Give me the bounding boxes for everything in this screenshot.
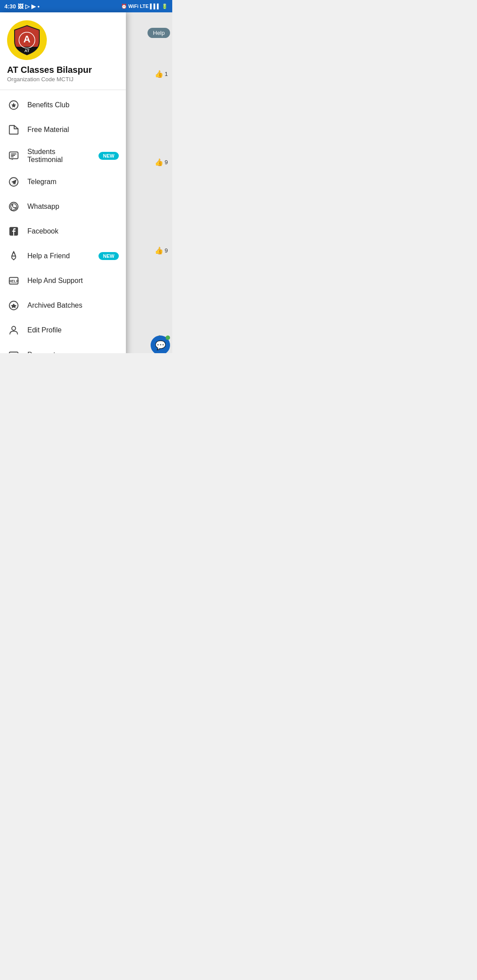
testimonial-badge: NEW bbox=[98, 152, 119, 160]
archived-batches-label: Archived Batches bbox=[27, 302, 119, 309]
battery-icon: 🔋 bbox=[162, 4, 168, 9]
svg-rect-15 bbox=[9, 352, 18, 354]
org-logo: A AT bbox=[7, 20, 47, 60]
online-indicator bbox=[166, 335, 170, 340]
telegram-icon bbox=[7, 175, 20, 188]
menu-item-help-friend[interactable]: Help a Friend NEW bbox=[0, 244, 126, 268]
header-divider bbox=[0, 90, 126, 90]
status-bar: 4:30 🖼 ▷ ▶ • ⏰ WiFi LTE ▌▌▌ 🔋 bbox=[0, 0, 172, 12]
whatsapp-icon bbox=[7, 200, 20, 213]
benefits-club-icon bbox=[7, 98, 20, 112]
menu-item-payments[interactable]: Payments bbox=[0, 343, 126, 353]
facebook-label: Facebook bbox=[27, 227, 119, 235]
testimonial-icon bbox=[7, 149, 20, 162]
help-friend-icon bbox=[7, 249, 20, 263]
status-bar-left: 4:30 🖼 ▷ ▶ • bbox=[4, 3, 40, 10]
menu-item-edit-profile[interactable]: Edit Profile bbox=[0, 318, 126, 343]
help-friend-badge: NEW bbox=[98, 252, 119, 260]
org-code: Organization Code MCTIJ bbox=[7, 76, 119, 83]
help-friend-label: Help a Friend bbox=[27, 252, 91, 260]
svg-point-14 bbox=[12, 326, 16, 330]
side-drawer: A AT AT Classes Bilaspur Organization Co… bbox=[0, 12, 126, 353]
thumb-icon: 👍 bbox=[155, 70, 163, 78]
chat-icon: 💬 bbox=[155, 340, 166, 351]
like-badge-3: 👍 9 bbox=[155, 246, 168, 255]
edit-profile-icon bbox=[7, 324, 20, 337]
thumb-icon: 👍 bbox=[155, 246, 163, 255]
time-display: 4:30 bbox=[4, 3, 16, 10]
photo-icon: 🖼 bbox=[18, 3, 23, 10]
facebook-icon bbox=[7, 225, 20, 238]
signal-icon: ▌▌▌ bbox=[150, 4, 160, 9]
chats-button[interactable]: 💬 Chats bbox=[151, 335, 170, 353]
cast-icon: ▷ bbox=[25, 3, 30, 10]
menu-item-free-material[interactable]: Free Material bbox=[0, 117, 126, 142]
svg-marker-5 bbox=[11, 103, 16, 108]
play-icon: ▶ bbox=[31, 3, 36, 10]
like-badge-2: 👍 9 bbox=[155, 158, 168, 166]
edit-profile-label: Edit Profile bbox=[27, 326, 119, 334]
like-badge-1: 👍 1 bbox=[155, 70, 168, 78]
shield-logo-svg: A AT bbox=[14, 25, 40, 56]
org-name: AT Classes Bilaspur bbox=[7, 64, 119, 75]
svg-text:A: A bbox=[23, 34, 30, 45]
help-support-label: Help And Support bbox=[27, 277, 119, 285]
dot-icon: • bbox=[38, 3, 40, 10]
alarm-icon: ⏰ bbox=[121, 4, 127, 9]
menu-item-whatsapp[interactable]: Whatsapp bbox=[0, 194, 126, 219]
menu-item-facebook[interactable]: Facebook bbox=[0, 219, 126, 244]
menu-item-archived-batches[interactable]: Archived Batches bbox=[0, 293, 126, 318]
menu-item-telegram[interactable]: Telegram bbox=[0, 170, 126, 194]
svg-text:HELP: HELP bbox=[8, 279, 19, 283]
payments-icon bbox=[7, 348, 20, 353]
wifi-icon: WiFi bbox=[129, 4, 139, 9]
status-bar-right: ⏰ WiFi LTE ▌▌▌ 🔋 bbox=[121, 4, 168, 9]
archived-batches-icon bbox=[7, 299, 20, 312]
lte-icon: LTE bbox=[140, 4, 149, 9]
svg-text:AT: AT bbox=[24, 49, 30, 53]
help-button-bg[interactable]: Help bbox=[148, 28, 170, 38]
telegram-label: Telegram bbox=[27, 178, 119, 186]
drawer-header: A AT AT Classes Bilaspur Organization Co… bbox=[0, 12, 126, 87]
menu-item-benefits-club[interactable]: Benefits Club bbox=[0, 93, 126, 117]
help-support-icon: HELP bbox=[7, 274, 20, 287]
benefits-club-label: Benefits Club bbox=[27, 101, 119, 109]
svg-marker-13 bbox=[11, 304, 17, 308]
testimonial-label: Students Testimonial bbox=[27, 148, 91, 164]
free-material-label: Free Material bbox=[27, 126, 119, 134]
thumb-icon: 👍 bbox=[155, 158, 163, 166]
menu-item-help-support[interactable]: HELP Help And Support bbox=[0, 268, 126, 293]
menu-item-students-testimonial[interactable]: Students Testimonial NEW bbox=[0, 142, 126, 170]
free-material-icon bbox=[7, 123, 20, 136]
whatsapp-label: Whatsapp bbox=[27, 203, 119, 211]
payments-label: Payments bbox=[27, 351, 119, 353]
